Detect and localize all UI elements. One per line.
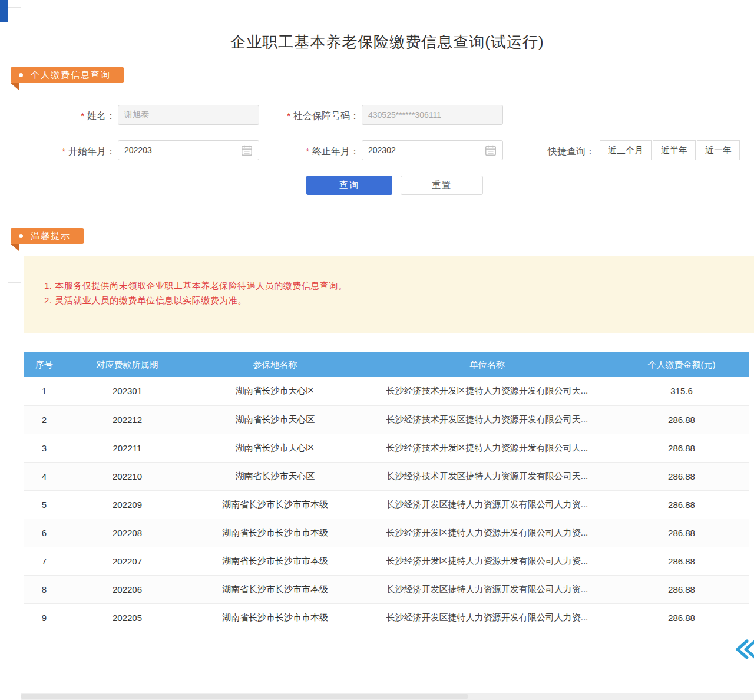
cell-amount: 286.88 — [614, 603, 749, 632]
quick-option-1[interactable]: 近半年 — [653, 140, 696, 160]
cell-area: 湖南省长沙市长沙市市本级 — [190, 575, 361, 603]
table-header: 序号对应费款所属期参保地名称单位名称个人缴费金额(元) — [24, 352, 749, 377]
cell-company: 长沙经济技术开发区捷特人力资源开发有限公司天... — [361, 434, 614, 462]
collapse-panel-icon[interactable] — [734, 638, 754, 661]
calendar-icon[interactable] — [240, 144, 253, 157]
cell-amount: 286.88 — [614, 462, 749, 490]
quick-query-group: 近三个月近半年近一年 — [600, 140, 740, 160]
cell-amount: 315.6 — [614, 377, 749, 405]
ssn-input[interactable] — [362, 105, 503, 125]
column-header: 单位名称 — [361, 352, 614, 377]
notice-line: 2. 灵活就业人员的缴费单位信息以实际缴费为准。 — [44, 293, 742, 308]
cell-period: 202212 — [65, 405, 190, 434]
column-header: 个人缴费金额(元) — [614, 352, 749, 377]
table-row: 7202207湖南省长沙市长沙市市本级长沙经济开发区捷特人力资源开发有限公司人力… — [24, 547, 749, 575]
cell-seq: 7 — [24, 547, 65, 575]
required-mark: * — [306, 146, 309, 156]
quick-option-0[interactable]: 近三个月 — [600, 140, 652, 160]
cell-seq: 6 — [24, 519, 65, 547]
cell-area: 湖南省长沙市长沙市市本级 — [190, 519, 361, 547]
pension-query-page: 企业职工基本养老保险缴费信息查询(试运行) 个人缴费信息查询 *姓名： *社会保… — [0, 0, 754, 700]
payment-records-table: 序号对应费款所属期参保地名称单位名称个人缴费金额(元) 1202301湖南省长沙… — [24, 352, 749, 632]
cell-company: 长沙经济开发区捷特人力资源开发有限公司人力资... — [361, 547, 614, 575]
ribbon-fold — [11, 83, 19, 90]
table-row: 3202211湖南省长沙市天心区长沙经济技术开发区捷特人力资源开发有限公司天..… — [24, 434, 749, 462]
notice-line: 1. 本服务仅提供尚未领取企业职工基本养老保险待遇人员的缴费信息查询。 — [44, 278, 742, 293]
cell-seq: 9 — [24, 603, 65, 632]
page-title: 企业职工基本养老保险缴费信息查询(试运行) — [21, 32, 754, 52]
cell-seq: 2 — [24, 405, 65, 434]
end-month-input[interactable] — [362, 140, 503, 160]
bullet-icon — [19, 234, 23, 238]
cell-period: 202209 — [65, 490, 190, 519]
required-mark: * — [81, 111, 84, 121]
cell-company: 长沙经济开发区捷特人力资源开发有限公司人力资... — [361, 519, 614, 547]
cell-area: 湖南省长沙市长沙市市本级 — [190, 547, 361, 575]
calendar-icon[interactable] — [484, 144, 497, 157]
reset-button[interactable]: 重置 — [401, 176, 483, 195]
column-header: 参保地名称 — [190, 352, 361, 377]
cell-seq: 3 — [24, 434, 65, 462]
cell-period: 202210 — [65, 462, 190, 490]
column-header: 对应费款所属期 — [65, 352, 190, 377]
cell-area: 湖南省长沙市长沙市市本级 — [190, 603, 361, 632]
cell-period: 202211 — [65, 434, 190, 462]
table-row: 2202212湖南省长沙市天心区长沙经济技术开发区捷特人力资源开发有限公司天..… — [24, 405, 749, 434]
cell-area: 湖南省长沙市天心区 — [190, 434, 361, 462]
cell-seq: 8 — [24, 575, 65, 603]
start-month-label: *开始年月： — [45, 146, 115, 158]
cell-seq: 1 — [24, 377, 65, 405]
table-row: 9202205湖南省长沙市长沙市市本级长沙经济开发区捷特人力资源开发有限公司人力… — [24, 603, 749, 632]
scrollbar-thumb[interactable] — [21, 694, 468, 699]
section-tag-personal-query: 个人缴费信息查询 — [11, 67, 124, 83]
table-row: 8202206湖南省长沙市长沙市市本级长沙经济开发区捷特人力资源开发有限公司人力… — [24, 575, 749, 603]
cell-amount: 286.88 — [614, 547, 749, 575]
cell-seq: 4 — [24, 462, 65, 490]
column-header: 序号 — [24, 352, 65, 377]
cell-area: 湖南省长沙市长沙市市本级 — [190, 490, 361, 519]
sidebar-accent-block — [0, 0, 8, 22]
cell-area: 湖南省长沙市天心区 — [190, 405, 361, 434]
quick-query-label: 快捷查询： — [542, 146, 595, 158]
cell-company: 长沙经济开发区捷特人力资源开发有限公司人力资... — [361, 490, 614, 519]
quick-option-2[interactable]: 近一年 — [697, 140, 740, 160]
cell-amount: 286.88 — [614, 434, 749, 462]
cell-amount: 286.88 — [614, 405, 749, 434]
cell-period: 202206 — [65, 575, 190, 603]
table-row: 6202208湖南省长沙市长沙市市本级长沙经济开发区捷特人力资源开发有限公司人力… — [24, 519, 749, 547]
cell-amount: 286.88 — [614, 575, 749, 603]
cell-period: 202205 — [65, 603, 190, 632]
cell-company: 长沙经济技术开发区捷特人力资源开发有限公司天... — [361, 377, 614, 405]
cell-period: 202207 — [65, 547, 190, 575]
required-mark: * — [62, 146, 65, 156]
name-input[interactable] — [118, 105, 259, 125]
cell-area: 湖南省长沙市天心区 — [190, 377, 361, 405]
table-row: 4202210湖南省长沙市天心区长沙经济技术开发区捷特人力资源开发有限公司天..… — [24, 462, 749, 490]
notice-box: 1. 本服务仅提供尚未领取企业职工基本养老保险待遇人员的缴费信息查询。 2. 灵… — [24, 256, 754, 333]
start-month-input[interactable] — [118, 140, 259, 160]
cell-company: 长沙经济开发区捷特人力资源开发有限公司人力资... — [361, 603, 614, 632]
cell-company: 长沙经济开发区捷特人力资源开发有限公司人力资... — [361, 575, 614, 603]
cell-company: 长沙经济技术开发区捷特人力资源开发有限公司天... — [361, 405, 614, 434]
cell-period: 202301 — [65, 377, 190, 405]
cell-amount: 286.88 — [614, 490, 749, 519]
section-tag-tips: 温馨提示 — [11, 228, 84, 244]
ribbon-fold — [11, 244, 19, 251]
section-tag-label: 温馨提示 — [31, 230, 71, 242]
ssn-label: *社会保障号码： — [265, 110, 359, 123]
name-label: *姓名： — [57, 110, 115, 123]
query-button[interactable]: 查询 — [306, 176, 392, 195]
required-mark: * — [287, 111, 290, 121]
cell-company: 长沙经济技术开发区捷特人力资源开发有限公司天... — [361, 462, 614, 490]
cell-seq: 5 — [24, 490, 65, 519]
table-body: 1202301湖南省长沙市天心区长沙经济技术开发区捷特人力资源开发有限公司天..… — [24, 377, 749, 632]
end-month-label: *终止年月： — [289, 146, 359, 158]
cell-area: 湖南省长沙市天心区 — [190, 462, 361, 490]
table-row: 1202301湖南省长沙市天心区长沙经济技术开发区捷特人力资源开发有限公司天..… — [24, 377, 749, 405]
section-tag-label: 个人缴费信息查询 — [31, 70, 111, 81]
cell-period: 202208 — [65, 519, 190, 547]
horizontal-scrollbar[interactable] — [21, 693, 754, 700]
bullet-icon — [19, 73, 23, 77]
table-row: 5202209湖南省长沙市长沙市市本级长沙经济开发区捷特人力资源开发有限公司人力… — [24, 490, 749, 519]
cell-amount: 286.88 — [614, 519, 749, 547]
